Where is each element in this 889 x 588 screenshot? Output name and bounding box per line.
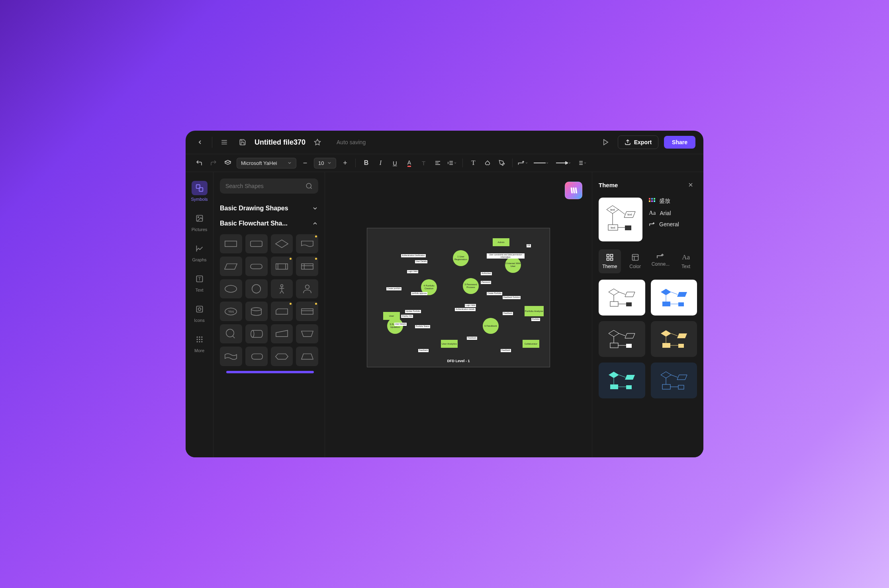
node-user[interactable]: User [383, 312, 400, 320]
format-painter-button[interactable] [222, 157, 233, 169]
export-button[interactable]: Export [618, 135, 658, 149]
rail-graphs[interactable]: Graphs [186, 237, 213, 266]
increase-size-button[interactable]: + [339, 157, 351, 169]
search-input[interactable] [225, 183, 302, 189]
theme-preset[interactable]: 盛放 [649, 198, 697, 205]
theme-font[interactable]: Aa Arial [649, 210, 697, 216]
highlight-button[interactable] [496, 157, 507, 169]
node-3[interactable]: 3 Password Process [463, 278, 479, 294]
node-portfolio-analyzer[interactable]: Portfolio Analyzer [525, 306, 544, 316]
back-button[interactable] [194, 136, 206, 149]
shape-user[interactable] [296, 279, 318, 298]
diagram-canvas[interactable]: Admin DB 1 User Registration 2 Interact … [367, 228, 550, 367]
tab-text[interactable]: Aa Text [675, 249, 697, 273]
italic-button[interactable]: I [375, 157, 386, 169]
file-title[interactable]: Untitled file370 [255, 138, 305, 147]
node-user-analytics[interactable]: User Analytics [441, 340, 458, 348]
shape-display[interactable] [245, 347, 268, 366]
theme-option-5[interactable] [599, 363, 645, 398]
ai-assistant-button[interactable] [565, 182, 582, 199]
shape-process[interactable] [220, 234, 242, 253]
theme-option-3[interactable] [599, 321, 645, 357]
tab-connector[interactable]: Conne... [650, 249, 672, 273]
text-tool-button[interactable]: T [468, 157, 479, 169]
svg-rect-105 [662, 302, 670, 306]
save-button[interactable] [236, 136, 249, 149]
theme-option-2[interactable] [651, 280, 697, 316]
shape-data[interactable] [220, 257, 242, 276]
shape-hexagon[interactable] [271, 347, 293, 366]
share-button[interactable]: Share [664, 136, 695, 149]
rail-icons[interactable]: Icons [186, 298, 213, 327]
rail-symbols[interactable]: Symbols [186, 177, 213, 206]
shape-person[interactable] [271, 279, 293, 298]
node-5[interactable]: 5 Portfolio Updation [387, 318, 403, 334]
shape-rounded-rect[interactable] [245, 234, 268, 253]
play-button[interactable] [599, 136, 612, 149]
category-basic-flowchart[interactable]: Basic Flowchart Sha... [220, 216, 318, 231]
svg-marker-4 [603, 139, 608, 145]
shape-database[interactable] [245, 302, 268, 321]
theme-option-1[interactable] [599, 280, 645, 316]
redo-button[interactable] [208, 157, 219, 169]
svg-marker-110 [609, 330, 619, 337]
tab-color[interactable]: Color [624, 249, 646, 273]
shape-terminator[interactable] [245, 257, 268, 276]
rail-text[interactable]: T Text [186, 268, 213, 296]
bold-button[interactable]: B [360, 157, 372, 169]
arrow-style-button[interactable] [554, 157, 573, 169]
shape-internal-storage[interactable] [296, 257, 318, 276]
shape-ellipse[interactable] [220, 279, 242, 298]
svg-marker-132 [677, 375, 687, 380]
node-2[interactable]: 2 Interact With User [505, 257, 521, 273]
shape-manual-op[interactable] [296, 324, 318, 343]
shape-document[interactable] [296, 234, 318, 253]
font-color-button[interactable]: A [403, 157, 415, 169]
theme-option-4[interactable] [651, 321, 697, 357]
line-style-button[interactable] [532, 157, 551, 169]
shape-yes[interactable]: Yes [220, 302, 242, 321]
node-1[interactable]: 1 User Registration [453, 250, 469, 266]
shape-callout[interactable] [220, 324, 242, 343]
node-6[interactable]: 6 Feedback [483, 318, 499, 334]
strikethrough-button[interactable]: T [418, 157, 429, 169]
category-basic-drawing[interactable]: Basic Drawing Shapes [220, 201, 318, 216]
fill-color-button[interactable] [482, 157, 493, 169]
canvas-area[interactable]: Admin DB 1 User Registration 2 Interact … [325, 172, 592, 457]
rail-pictures[interactable]: Pictures [186, 207, 213, 236]
font-select[interactable]: Microsoft YaHei [237, 158, 296, 169]
svg-line-122 [671, 333, 678, 336]
align-button[interactable] [432, 157, 443, 169]
shape-card[interactable] [271, 302, 293, 321]
shape-circle[interactable] [245, 279, 268, 298]
decrease-size-button[interactable]: − [300, 157, 311, 169]
label-update-portfolio: Update Portfolio [405, 310, 421, 313]
node-collaborator[interactable]: Collaborator [523, 340, 539, 348]
svg-rect-90 [611, 255, 613, 257]
menu-button[interactable] [218, 136, 231, 149]
connector-type-button[interactable] [517, 157, 529, 169]
node-db[interactable]: DB [527, 244, 531, 247]
svg-marker-68 [301, 331, 313, 337]
close-theme-button[interactable] [684, 178, 697, 191]
rail-more[interactable]: More [186, 328, 213, 357]
svg-marker-62 [276, 309, 288, 314]
search-shapes[interactable] [220, 178, 318, 194]
shape-direct-data[interactable] [245, 324, 268, 343]
shape-trapezoid[interactable] [296, 347, 318, 366]
theme-connector[interactable]: General [649, 221, 697, 227]
shape-stored-data[interactable] [296, 302, 318, 321]
tab-theme[interactable]: Theme [599, 249, 621, 273]
font-size-select[interactable]: 10 [314, 158, 336, 169]
list-style-button[interactable] [576, 157, 587, 169]
shape-decision[interactable] [271, 234, 293, 253]
node-admin[interactable]: Admin [493, 238, 509, 246]
shape-predefined[interactable] [271, 257, 293, 276]
undo-button[interactable] [194, 157, 205, 169]
line-spacing-button[interactable] [446, 157, 458, 169]
star-button[interactable] [311, 136, 324, 149]
underline-button[interactable]: U [389, 157, 400, 169]
theme-option-6[interactable] [651, 363, 697, 398]
shape-manual-input[interactable] [271, 324, 293, 343]
shape-tape[interactable] [220, 347, 242, 366]
